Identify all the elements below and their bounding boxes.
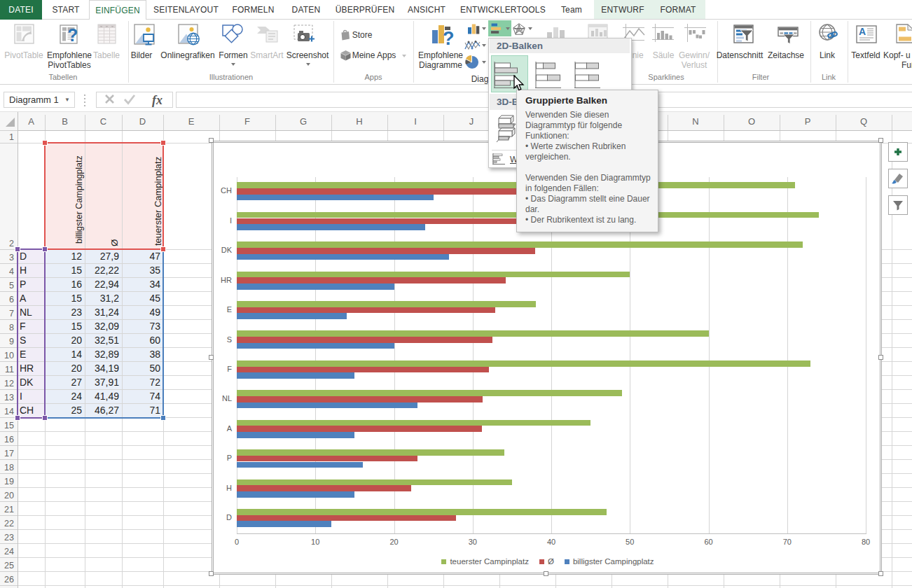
svg-text:1: 1 (9, 132, 14, 142)
svg-text:D: D (20, 251, 27, 262)
svg-text:16: 16 (71, 279, 82, 290)
svg-text:F: F (20, 321, 26, 332)
svg-text:E: E (188, 116, 195, 127)
svg-text:17: 17 (4, 449, 14, 458)
svg-text:H: H (20, 265, 27, 276)
svg-text:20: 20 (71, 363, 82, 374)
svg-text:14: 14 (71, 349, 82, 360)
svg-text:3: 3 (9, 253, 14, 262)
svg-text:24: 24 (4, 547, 14, 556)
svg-text:billigster Campingplatz: billigster Campingplatz (74, 155, 84, 244)
svg-text:6: 6 (9, 295, 14, 304)
svg-text:4: 4 (9, 267, 14, 276)
svg-text:23: 23 (4, 533, 14, 542)
svg-text:O: O (748, 116, 755, 127)
svg-text:21: 21 (4, 505, 14, 514)
svg-text:8: 8 (9, 323, 14, 332)
svg-text:J: J (469, 116, 474, 127)
svg-text:B: B (62, 116, 68, 127)
svg-text:H: H (356, 116, 362, 127)
svg-text:34: 34 (149, 279, 160, 290)
svg-text:24: 24 (71, 391, 82, 402)
svg-text:37,91: 37,91 (95, 377, 119, 388)
svg-text:60: 60 (149, 335, 160, 346)
svg-text:31,2: 31,2 (100, 293, 119, 304)
svg-text:32,89: 32,89 (95, 349, 119, 360)
svg-text:?: ? (443, 28, 455, 46)
svg-text:Q: Q (860, 116, 867, 127)
svg-text:74: 74 (149, 391, 160, 402)
svg-text:E: E (20, 349, 26, 360)
svg-text:11: 11 (5, 365, 14, 374)
svg-text:15: 15 (4, 421, 14, 430)
svg-text:18: 18 (4, 463, 14, 472)
svg-text:C: C (100, 116, 106, 127)
svg-text:46,27: 46,27 (95, 405, 119, 416)
svg-text:34,19: 34,19 (95, 363, 119, 374)
svg-text:teuerster Campinplatz: teuerster Campinplatz (153, 157, 163, 246)
svg-text:13: 13 (4, 393, 14, 402)
svg-text:A: A (20, 293, 27, 304)
svg-text:45: 45 (149, 293, 160, 304)
svg-text:32,51: 32,51 (95, 335, 119, 346)
svg-text:S: S (20, 335, 26, 346)
svg-text:15: 15 (71, 321, 82, 332)
svg-text:26: 26 (4, 575, 14, 584)
svg-text:31,24: 31,24 (95, 307, 119, 318)
svg-text:71: 71 (149, 405, 160, 416)
svg-text:22,22: 22,22 (95, 265, 119, 276)
svg-text:22: 22 (4, 519, 14, 528)
svg-text:27,9: 27,9 (100, 251, 119, 262)
svg-text:47: 47 (149, 251, 160, 262)
svg-text:P: P (805, 116, 811, 127)
svg-text:72: 72 (149, 377, 160, 388)
svg-text:7: 7 (9, 309, 14, 318)
svg-text:2: 2 (9, 239, 14, 248)
svg-text:12: 12 (4, 379, 14, 388)
svg-text:CH: CH (20, 405, 34, 416)
svg-text:HR: HR (20, 363, 34, 374)
svg-text:Ø: Ø (109, 239, 120, 246)
svg-text:I: I (20, 391, 22, 402)
svg-text:27: 27 (71, 377, 82, 388)
svg-text:20: 20 (71, 335, 82, 346)
svg-text:50: 50 (149, 363, 160, 374)
svg-text:15: 15 (71, 265, 82, 276)
svg-text:32,09: 32,09 (95, 321, 119, 332)
svg-text:F: F (244, 116, 250, 127)
svg-text:A: A (28, 116, 34, 127)
svg-text:12: 12 (71, 251, 82, 262)
svg-text:19: 19 (4, 477, 14, 486)
svg-text:23: 23 (71, 307, 82, 318)
svg-text:5: 5 (9, 281, 14, 290)
svg-text:fx: fx (152, 93, 163, 107)
svg-text:D: D (139, 116, 146, 127)
svg-text:16: 16 (4, 435, 14, 444)
svg-text:10: 10 (4, 351, 14, 360)
svg-text:22,94: 22,94 (95, 279, 119, 290)
svg-text:25: 25 (71, 405, 82, 416)
svg-text:9: 9 (9, 337, 14, 346)
svg-text:N: N (692, 116, 698, 127)
svg-text:73: 73 (149, 321, 160, 332)
svg-text:20: 20 (4, 491, 14, 500)
svg-text:35: 35 (149, 265, 160, 276)
svg-text:A: A (859, 26, 866, 37)
svg-text:15: 15 (71, 293, 82, 304)
svg-text:25: 25 (4, 561, 14, 570)
svg-text:I: I (414, 116, 417, 127)
svg-text:14: 14 (4, 407, 14, 416)
svg-text:?: ? (67, 25, 78, 45)
svg-text:NL: NL (20, 307, 32, 318)
svg-text:P: P (20, 279, 26, 290)
svg-text:41,49: 41,49 (95, 391, 119, 402)
svg-text:49: 49 (149, 307, 160, 318)
svg-text:DK: DK (20, 377, 34, 388)
svg-text:38: 38 (149, 349, 160, 360)
svg-text:G: G (300, 116, 307, 127)
